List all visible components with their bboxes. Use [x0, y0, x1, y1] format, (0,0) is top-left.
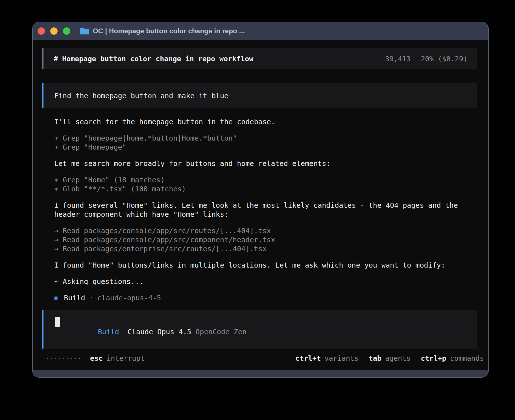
keyboard-hints: ctrl+tvariantstabagentsctrl+pcommands — [295, 354, 484, 362]
close-button[interactable] — [38, 27, 45, 35]
folder-icon — [80, 27, 89, 35]
window-titlebar[interactable]: OC | Homepage button color change in rep… — [33, 22, 488, 40]
asterisk-icon: ∗ — [54, 143, 58, 152]
tool-call: ∗Grep "homepage|home.*button|Home.*butto… — [54, 134, 477, 143]
spinner-dot — [59, 358, 60, 359]
assistant-text-line: I found several "Home" links. Let me loo… — [54, 201, 477, 210]
hint-variants: ctrl+tvariants — [295, 354, 359, 362]
hint-label-interrupt: interrupt — [106, 354, 145, 362]
hint-commands: ctrl+pcommands — [421, 354, 484, 362]
spinner-dot — [63, 358, 64, 359]
working-spinner-icon — [47, 358, 80, 359]
hint-label: agents — [385, 354, 411, 362]
tool-call-text: Read packages/enterprise/src/routes/[...… — [63, 245, 267, 253]
asterisk-icon: ∗ — [54, 176, 58, 185]
asterisk-icon: ∗ — [54, 134, 58, 143]
spinner-dot — [75, 358, 76, 359]
badge-model-name: claude-opus-4-5 — [97, 294, 161, 303]
spinner-dot — [47, 358, 48, 359]
hint-key: tab — [369, 354, 381, 362]
tool-call-group: ∗Grep "Home" (18 matches)∗Glob "**/*.tsx… — [54, 176, 477, 194]
asterisk-icon: ∗ — [54, 185, 58, 194]
assistant-text: Let me search more broadly for buttons a… — [54, 159, 477, 168]
spinner-dot — [55, 358, 56, 359]
provider-name: OpenCode Zen — [196, 328, 247, 336]
agent-square-icon: ▣ — [54, 294, 58, 303]
session-title: # Homepage button color change in repo w… — [54, 55, 253, 63]
hint-key-esc: esc — [90, 354, 103, 362]
user-message-text: Find the homepage button and make it blu… — [54, 92, 228, 100]
tool-call: ∗Grep "Home" (18 matches) — [54, 176, 477, 185]
terminal-content: # Homepage button color change in repo w… — [33, 40, 488, 370]
tool-call-text: Grep "homepage|home.*button|Home.*button… — [63, 134, 237, 142]
assistant-text-line: I found "Home" buttons/links in multiple… — [54, 261, 477, 270]
hint-label: commands — [450, 354, 484, 362]
assistant-text-line: ~ Asking questions... — [54, 277, 477, 286]
model-name[interactable]: Claude Opus 4.5 — [128, 328, 191, 336]
spinner-dot — [71, 358, 72, 359]
status-bar: esc interrupt ctrl+tvariantstabagentsctr… — [47, 354, 484, 363]
hint-key: ctrl+t — [295, 354, 321, 362]
model-row: BuildClaude Opus 4.5OpenCode Zen — [55, 320, 246, 344]
tool-call: →Read packages/enterprise/src/routes/[..… — [54, 244, 477, 253]
token-count: 39,413 — [385, 55, 411, 63]
minimize-button[interactable] — [50, 27, 58, 35]
tool-call-text: Grep "Homepage" — [63, 143, 126, 151]
tool-call: ∗Grep "Homepage" — [54, 143, 477, 152]
badge-agent-name: Build — [64, 294, 85, 303]
tool-call: ∗Glob "**/*.tsx" (100 matches) — [54, 185, 477, 194]
session-stats: 39,413 20% ($0.29) — [385, 55, 468, 63]
tool-call: →Read packages/console/app/src/routes/[.… — [54, 226, 477, 235]
hint-label: variants — [324, 354, 358, 362]
hint-agents: tabagents — [369, 354, 411, 362]
tool-call-group: ∗Grep "homepage|home.*button|Home.*butto… — [54, 134, 477, 152]
assistant-text: ~ Asking questions... — [54, 277, 477, 286]
terminal-window: OC | Homepage button color change in rep… — [32, 22, 489, 378]
user-message: Find the homepage button and make it blu… — [42, 83, 477, 108]
assistant-text-line: I'll search for the homepage button in t… — [54, 117, 477, 126]
spinner-dot — [51, 358, 52, 359]
assistant-transcript: I'll search for the homepage button in t… — [42, 117, 477, 303]
tool-call: →Read packages/console/app/src/component… — [54, 235, 477, 244]
title-group: OC | Homepage button color change in rep… — [80, 27, 245, 35]
assistant-text-line: header component which have "Home" links… — [54, 210, 477, 219]
hint-key: ctrl+p — [421, 354, 446, 362]
assistant-text: I found several "Home" links. Let me loo… — [54, 201, 477, 219]
arrow-right-icon: → — [54, 226, 58, 235]
tool-call-text: Read packages/console/app/src/routes/[..… — [63, 227, 271, 235]
spinner-dot — [78, 358, 80, 359]
session-header: # Homepage button color change in repo w… — [42, 48, 477, 69]
window-title: OC | Homepage button color change in rep… — [93, 27, 245, 35]
agent-name[interactable]: Build — [98, 328, 119, 336]
tool-call-group: →Read packages/console/app/src/routes/[.… — [54, 226, 477, 253]
context-cost: 20% ($0.29) — [421, 55, 468, 63]
assistant-text: I found "Home" buttons/links in multiple… — [54, 261, 477, 270]
zoom-button[interactable] — [63, 27, 70, 35]
spinner-dot — [67, 358, 68, 359]
window-bottom-bar — [33, 370, 488, 377]
traffic-lights — [38, 27, 70, 35]
badge-separator: · — [89, 294, 93, 303]
tool-call-text: Grep "Home" (18 matches) — [63, 176, 165, 184]
tool-call-text: Glob "**/*.tsx" (100 matches) — [63, 185, 186, 193]
assistant-text-line: Let me search more broadly for buttons a… — [54, 159, 477, 168]
desktop-background: OC | Homepage button color change in rep… — [0, 0, 515, 420]
tool-call-text: Read packages/console/app/src/component/… — [63, 236, 275, 244]
assistant-text: I'll search for the homepage button in t… — [54, 117, 477, 126]
hint-interrupt: esc interrupt — [90, 354, 145, 362]
arrow-right-icon: → — [54, 244, 58, 253]
agent-badge: ▣Build·claude-opus-4-5 — [54, 294, 477, 303]
prompt-editor[interactable]: BuildClaude Opus 4.5OpenCode Zen — [42, 310, 477, 349]
arrow-right-icon: → — [54, 235, 58, 244]
